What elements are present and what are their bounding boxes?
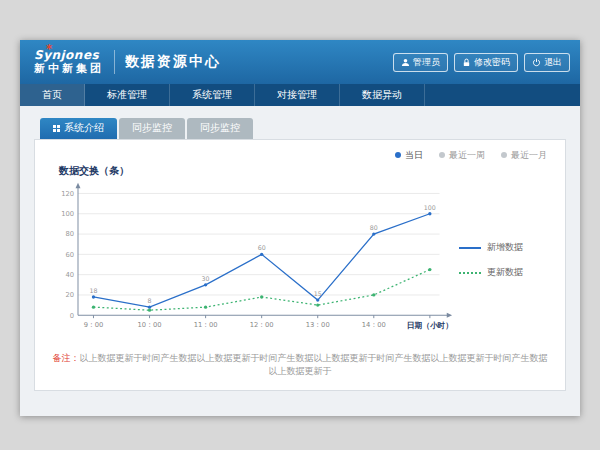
main-nav: 首页 标准管理 系统管理 对接管理 数据异动 <box>20 84 580 106</box>
tab-label: 系统介绍 <box>64 121 104 135</box>
svg-text:日期（小时）: 日期（小时） <box>407 321 453 330</box>
logo: * Synjones 新中新集团 <box>34 49 104 74</box>
filter-label: 最近一月 <box>511 149 547 162</box>
tab-sync-monitor-2[interactable]: 同步监控 <box>187 118 253 139</box>
svg-text:8: 8 <box>148 297 152 304</box>
svg-text:11：00: 11：00 <box>194 321 218 329</box>
nav-item-system-mgmt[interactable]: 系统管理 <box>170 84 255 106</box>
admin-button[interactable]: 管理员 <box>393 53 448 72</box>
user-icon <box>401 58 410 67</box>
filter-label: 最近一周 <box>449 149 485 162</box>
blue-line-icon <box>459 247 481 249</box>
grid-icon <box>53 123 60 134</box>
svg-text:20: 20 <box>66 291 75 299</box>
app-header: * Synjones 新中新集团 数据资源中心 管理员 修改密码 <box>20 40 580 84</box>
app-window: * Synjones 新中新集团 数据资源中心 管理员 修改密码 <box>20 40 580 416</box>
logo-company: 新中新集团 <box>34 63 104 75</box>
green-dotted-line-icon <box>459 272 481 274</box>
filter-dot-icon <box>395 152 401 158</box>
svg-text:120: 120 <box>61 190 74 198</box>
y-axis-title: 数据交换（条） <box>59 164 551 178</box>
series-legend: 新增数据 更新数据 <box>455 241 551 279</box>
line-chart: 0204060801001209：0010：0011：0012：0013：001… <box>49 178 455 342</box>
logout-button[interactable]: 退出 <box>524 53 570 72</box>
filter-today[interactable]: 当日 <box>395 149 423 162</box>
change-password-button[interactable]: 修改密码 <box>454 53 518 72</box>
legend-label: 新增数据 <box>487 241 523 254</box>
header-actions: 管理员 修改密码 退出 <box>393 40 570 84</box>
svg-text:12：00: 12：00 <box>250 321 274 329</box>
svg-text:100: 100 <box>61 210 74 218</box>
svg-text:40: 40 <box>66 271 75 279</box>
svg-text:15: 15 <box>314 290 322 297</box>
logout-icon <box>532 58 541 67</box>
nav-item-home[interactable]: 首页 <box>20 84 85 106</box>
svg-text:60: 60 <box>258 244 266 251</box>
filter-dot-icon <box>439 152 445 158</box>
tab-system-intro[interactable]: 系统介绍 <box>40 118 117 139</box>
svg-text:60: 60 <box>66 251 75 259</box>
content-area: 系统介绍 同步监控 同步监控 当日 最近一周 <box>20 106 580 416</box>
svg-text:18: 18 <box>89 287 97 294</box>
svg-text:100: 100 <box>424 204 436 211</box>
svg-text:30: 30 <box>202 275 210 282</box>
lock-icon <box>462 58 471 67</box>
nav-item-standard-mgmt[interactable]: 标准管理 <box>85 84 170 106</box>
footnote-text: 以上数据更新于时间产生数据以上数据更新于时间产生数据以上数据更新于时间产生数据以… <box>80 353 548 376</box>
svg-text:10：00: 10：00 <box>138 321 162 329</box>
filter-last-week[interactable]: 最近一周 <box>439 149 485 162</box>
logout-button-label: 退出 <box>544 56 562 69</box>
nav-item-connect-mgmt[interactable]: 对接管理 <box>255 84 340 106</box>
svg-text:80: 80 <box>370 224 378 231</box>
footnote-label: 备注： <box>53 353 80 363</box>
time-filter-group: 当日 最近一周 最近一月 <box>49 148 551 162</box>
chart-card: 当日 最近一周 最近一月 数据交换（条） 0204060801001209：00… <box>34 139 566 391</box>
tab-bar: 系统介绍 同步监控 同步监控 <box>34 118 566 139</box>
legend-item-updated-data[interactable]: 更新数据 <box>459 266 551 279</box>
tab-label: 同步监控 <box>132 121 172 135</box>
filter-last-month[interactable]: 最近一月 <box>501 149 547 162</box>
page-title: 数据资源中心 <box>125 53 221 71</box>
filter-label: 当日 <box>405 149 423 162</box>
logo-brand: Synjones <box>34 49 104 62</box>
legend-label: 更新数据 <box>487 266 523 279</box>
tab-sync-monitor-1[interactable]: 同步监控 <box>119 118 185 139</box>
chart-row: 0204060801001209：0010：0011：0012：0013：001… <box>49 178 551 342</box>
nav-item-data-change[interactable]: 数据异动 <box>340 84 425 106</box>
legend-item-new-data[interactable]: 新增数据 <box>459 241 551 254</box>
svg-text:14：00: 14：00 <box>362 321 386 329</box>
svg-text:80: 80 <box>66 230 75 238</box>
header-divider <box>114 50 115 74</box>
logo-star-icon: * <box>46 43 52 56</box>
svg-text:9：00: 9：00 <box>84 321 104 329</box>
svg-text:0: 0 <box>70 312 74 320</box>
svg-text:13：00: 13：00 <box>306 321 330 329</box>
footnote: 备注：以上数据更新于时间产生数据以上数据更新于时间产生数据以上数据更新于时间产生… <box>49 352 551 377</box>
change-password-button-label: 修改密码 <box>474 56 510 69</box>
admin-button-label: 管理员 <box>413 56 440 69</box>
filter-dot-icon <box>501 152 507 158</box>
tab-label: 同步监控 <box>200 121 240 135</box>
